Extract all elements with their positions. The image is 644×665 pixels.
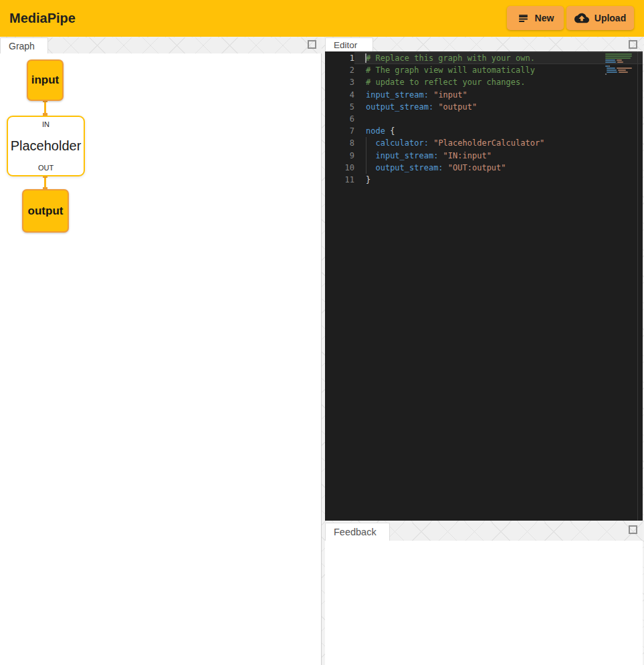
tab-graph[interactable]: Graph	[0, 37, 48, 53]
code-line[interactable]: 3# update to reflect your changes.	[325, 76, 643, 88]
minimap-line	[607, 72, 617, 73]
cloud-upload-icon	[574, 11, 589, 25]
tab-feedback-label: Feedback	[334, 527, 377, 537]
tab-feedback[interactable]: Feedback	[325, 523, 390, 541]
line-number: 3	[325, 76, 354, 88]
line-text: }	[354, 174, 643, 186]
port-in-label: IN	[42, 120, 49, 128]
line-text: input_stream: "IN:input"	[354, 150, 643, 162]
editor-panel: Editor 1# Replace this graph with your o…	[325, 37, 643, 521]
line-text: # The graph view will automatically	[354, 64, 643, 76]
graph-tabbar: Graph	[0, 37, 322, 54]
line-text	[354, 113, 643, 125]
line-text: node {	[354, 125, 643, 137]
line-number: 7	[325, 125, 354, 137]
minimap-line	[607, 70, 617, 71]
minimap-line	[607, 68, 615, 69]
port-out-label: OUT	[38, 164, 53, 172]
app-header: MediaPipe New Upload	[0, 0, 644, 37]
upload-button[interactable]: Upload	[566, 6, 634, 30]
code-line[interactable]: 10 output_stream: "OUT:output"	[325, 162, 643, 174]
code-line[interactable]: 6	[325, 113, 643, 125]
tab-editor[interactable]: Editor	[325, 37, 373, 51]
code-editor[interactable]: 1# Replace this graph with your own.2# T…	[325, 51, 643, 521]
code-line[interactable]: 4input_stream: "input"	[325, 89, 643, 101]
line-number: 4	[325, 89, 354, 101]
line-number: 8	[325, 137, 354, 149]
minimap-line	[617, 68, 632, 69]
code-line[interactable]: 11}	[325, 174, 643, 186]
maximize-icon[interactable]	[308, 40, 316, 49]
minimap-line	[617, 59, 622, 61]
line-number: 11	[325, 174, 354, 186]
app-title: MediaPipe	[9, 0, 76, 37]
code-line[interactable]: 9 input_stream: "IN:input"	[325, 150, 643, 162]
line-number: 5	[325, 101, 354, 113]
feedback-tabbar: Feedback	[325, 523, 643, 541]
maximize-icon[interactable]	[629, 525, 637, 534]
line-number: 10	[325, 162, 354, 174]
new-button-label: New	[535, 13, 554, 23]
minimap-line	[609, 65, 610, 67]
line-number: 9	[325, 150, 354, 162]
line-text: # Replace this graph with your own.	[354, 52, 643, 64]
graph-canvas[interactable]: input IN Placeholder OUT output	[0, 53, 322, 665]
line-text: output_stream: "output"	[354, 101, 643, 113]
line-text: output_stream: "OUT:output"	[354, 162, 643, 174]
minimap-line	[619, 72, 628, 73]
minimap-line	[605, 59, 615, 61]
code-area[interactable]: 1# Replace this graph with your own.2# T…	[325, 52, 643, 186]
graph-node-input[interactable]: input	[27, 59, 64, 101]
minimap-line	[605, 61, 616, 63]
graph-node-input-label: input	[31, 74, 60, 87]
feedback-content	[325, 541, 643, 665]
code-line[interactable]: 1# Replace this graph with your own.	[325, 52, 643, 64]
line-text: # update to reflect your changes.	[354, 76, 643, 88]
minimap-line	[605, 57, 631, 59]
editor-tabbar: Editor	[325, 37, 643, 52]
line-text: input_stream: "input"	[354, 89, 643, 101]
minimap-line	[605, 53, 632, 55]
graph-node-placeholder-label: Placeholder	[11, 138, 82, 154]
code-line[interactable]: 5output_stream: "output"	[325, 101, 643, 113]
feedback-panel: Feedback	[325, 523, 643, 665]
code-line[interactable]: 2# The graph view will automatically	[325, 64, 643, 76]
tab-editor-label: Editor	[334, 40, 357, 50]
overview-ruler	[637, 51, 638, 521]
line-number: 6	[325, 113, 354, 125]
minimap-line	[605, 74, 607, 75]
code-line[interactable]: 7node {	[325, 125, 643, 137]
tab-graph-label: Graph	[9, 41, 35, 51]
minimap-line	[617, 61, 623, 63]
minimap-line	[618, 70, 626, 71]
graph-node-placeholder[interactable]: IN Placeholder OUT	[7, 116, 85, 176]
code-line[interactable]: 8 calculator: "PlaceholderCalculator"	[325, 137, 643, 149]
line-number: 1	[325, 52, 354, 64]
graph-node-output-label: output	[28, 205, 64, 218]
new-button[interactable]: New	[507, 6, 564, 30]
text-cursor	[365, 53, 366, 63]
subject-lines-icon	[517, 12, 530, 25]
line-text: calculator: "PlaceholderCalculator"	[354, 137, 643, 149]
minimap[interactable]	[605, 53, 632, 80]
upload-button-label: Upload	[595, 13, 626, 23]
line-number: 2	[325, 64, 354, 76]
graph-panel: Graph input IN Placeholder OUT output	[0, 37, 322, 665]
minimap-line	[605, 55, 632, 57]
graph-node-output[interactable]: output	[22, 189, 69, 233]
maximize-icon[interactable]	[629, 40, 637, 49]
